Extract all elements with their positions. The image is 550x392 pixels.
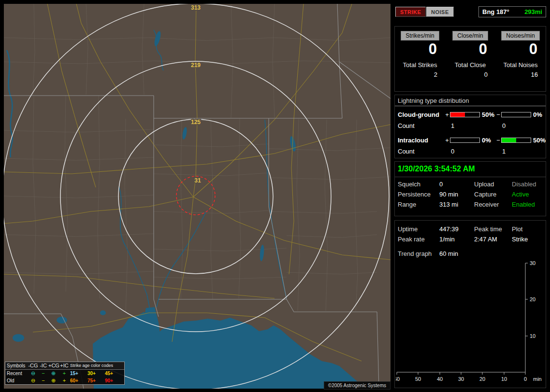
ic-negative-count: 1: [501, 148, 506, 155]
cg-positive-fill: [450, 112, 465, 117]
squelch-value: 0: [439, 180, 474, 188]
y-tick-30: 30: [530, 260, 536, 266]
intracloud-label: Intracloud: [398, 137, 444, 144]
pos-ic-old-icon: +: [58, 378, 70, 384]
panel-topbar: STRIKE NOISE Bng 187° 293mi: [394, 6, 546, 19]
age-30: 30+: [87, 370, 105, 377]
trend-tick-labels: 30 20 10 60 50 40 30 20 10 0 min: [396, 260, 542, 382]
strikes-per-min-value: 0: [395, 41, 445, 57]
legend-age-header: Strike age color codes: [70, 363, 122, 369]
copyright-label: ©2005 Astrogenic Systems: [324, 381, 391, 390]
upload-label: Upload: [474, 180, 512, 188]
uptime-value: 447:39: [439, 225, 474, 233]
map-legend: Symbols -CG -IC +CG +IC Strike age color…: [5, 362, 125, 385]
intracloud-count-row: Count 0 1: [395, 146, 546, 156]
total-noises-value: 16: [495, 71, 546, 78]
cloud-ground-count-row: Count 1 0: [395, 120, 546, 131]
ic-positive-count: 0: [450, 148, 501, 155]
ring-label-31: 31: [194, 177, 201, 184]
strikes-column: Strikes/min 0 Total Strikes 2: [395, 27, 445, 91]
legend-header: Symbols -CG -IC +CG +IC Strike age color…: [5, 362, 124, 370]
count-label: Count: [398, 148, 444, 155]
squelch-label: Squelch: [398, 180, 439, 188]
x-tick-30: 30: [458, 376, 464, 382]
capture-value: Active: [512, 190, 546, 198]
range-value: 313 mi: [439, 200, 474, 209]
legend-recent-label: Recent: [7, 370, 28, 377]
close-per-min-value: 0: [445, 41, 495, 57]
map-canvas: 313 219 125 31: [4, 4, 391, 389]
receiver-value: Enabled: [512, 200, 546, 209]
legend-symbols-header: Symbols: [7, 363, 28, 369]
y-tick-10: 10: [530, 333, 536, 339]
total-strikes-value: 2: [395, 71, 445, 78]
stats-row-2: Peak rate 1/min 2:47 AM Strike: [395, 234, 546, 244]
close-per-min-chip: Close/min: [452, 31, 488, 41]
peak-time-value: 2:47 AM: [474, 235, 512, 243]
bearing-distance: 293mi: [524, 8, 542, 15]
peak-time-label: Peak time: [474, 225, 512, 233]
trend-graph-value: 60 min: [439, 250, 474, 258]
trend-graph-label: Trend graph: [398, 250, 439, 258]
total-strikes-label: Total Strikes: [395, 61, 445, 69]
intracloud-row: Intracloud + 0% − 50%: [395, 134, 546, 146]
total-close-value: 0: [445, 71, 495, 78]
legend-col-pos-ic: +IC: [58, 363, 70, 369]
cg-negative-count: 0: [501, 122, 506, 129]
legend-old-label: Old: [7, 378, 28, 384]
distribution-title: Lightning type distribution: [395, 95, 546, 106]
count-label: Count: [398, 122, 444, 129]
neg-ic-old-icon: −: [38, 378, 48, 384]
ring-label-313: 313: [191, 4, 201, 11]
legend-col-pos-cg: +CG: [48, 363, 58, 369]
stats-row-1: Uptime 447:39 Peak time Plot: [395, 221, 546, 234]
x-tick-50: 50: [415, 376, 421, 382]
plus-sign: +: [444, 111, 450, 118]
capture-label: Capture: [474, 190, 512, 198]
cg-positive-bar: [450, 112, 480, 117]
cg-positive-pct: 50%: [480, 111, 495, 118]
age-90: 90+: [105, 378, 122, 384]
persistence-value: 90 min: [439, 190, 474, 198]
nexstorm-app: 313 219 125 31 Symbols -CG -IC +CG +IC S…: [0, 0, 550, 392]
distribution-section: Lightning type distribution Cloud-ground…: [394, 95, 546, 158]
noise-button[interactable]: NOISE: [426, 7, 454, 17]
upload-value: Disabled: [512, 180, 546, 188]
receiver-label: Receiver: [474, 200, 512, 209]
bearing-display: Bng 187° 293mi: [478, 6, 546, 17]
stats-section: Uptime 447:39 Peak time Plot Peak rate 1…: [394, 220, 546, 388]
neg-cg-recent-icon: ⊖: [28, 370, 38, 377]
status-section: 1/30/2026 3:54:52 AM Squelch 0 Upload Di…: [394, 161, 546, 216]
strike-button[interactable]: STRIKE: [395, 7, 426, 17]
legend-row-old: Old ⊖ − ⊕ + 60+ 75+ 90+: [5, 377, 124, 384]
trend-chart: 30 20 10 60 50 40 30 20 10 0 min: [396, 260, 546, 385]
legend-col-neg-cg: -CG: [28, 363, 38, 369]
x-tick-10: 10: [501, 376, 507, 382]
strikes-per-min-chip: Strikes/min: [401, 31, 439, 41]
legend-row-recent: Recent ⊖ − ⊕ + 15+ 30+ 45+: [5, 370, 124, 377]
cg-negative-bar: [501, 112, 531, 117]
ic-positive-bar: [450, 138, 480, 143]
plot-value: Strike: [512, 235, 546, 243]
lightning-map[interactable]: 313 219 125 31 Symbols -CG -IC +CG +IC S…: [4, 4, 391, 389]
ring-label-125: 125: [191, 119, 201, 126]
ic-negative-fill: [502, 138, 516, 142]
peak-rate-value: 1/min: [439, 235, 474, 243]
minus-sign: −: [495, 111, 501, 118]
ic-negative-pct: 50%: [531, 137, 546, 144]
age-75: 75+: [87, 378, 105, 384]
x-unit-label: min: [533, 376, 542, 382]
x-tick-60: 60: [396, 376, 400, 382]
pos-cg-recent-icon: ⊕: [48, 370, 58, 377]
plus-sign: +: [444, 137, 450, 144]
neg-ic-recent-icon: −: [38, 370, 48, 377]
age-45: 45+: [105, 370, 122, 377]
total-close-label: Total Close: [445, 61, 495, 69]
pos-ic-recent-icon: +: [58, 370, 70, 377]
x-tick-40: 40: [437, 376, 443, 382]
pos-cg-old-icon: ⊕: [48, 378, 58, 384]
age-15: 15+: [70, 370, 87, 377]
status-timestamp: 1/30/2026 3:54:52 AM: [395, 162, 546, 177]
bearing-label: Bng 187°: [482, 8, 509, 15]
ic-negative-bar: [501, 138, 531, 143]
